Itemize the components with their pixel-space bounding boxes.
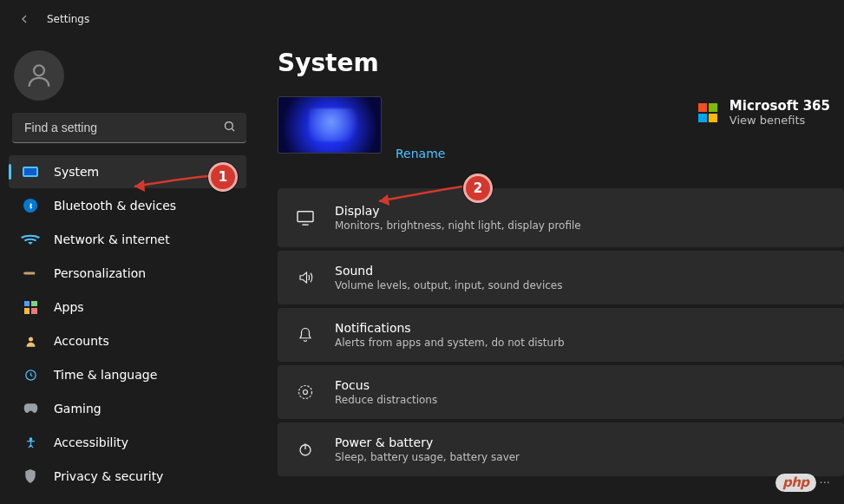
card-title: Focus: [335, 378, 437, 392]
sidebar-item-gaming[interactable]: Gaming: [9, 392, 246, 425]
sidebar-item-accessibility[interactable]: Accessibility: [9, 426, 246, 459]
power-icon: [295, 439, 316, 460]
settings-card-sound[interactable]: Sound Volume levels, output, input, soun…: [278, 251, 844, 304]
svg-point-6: [299, 386, 312, 399]
ms365-subtitle: View benefits: [730, 114, 830, 127]
card-subtitle: Volume levels, output, input, sound devi…: [335, 279, 562, 291]
back-icon[interactable]: [17, 12, 31, 26]
annotation-arrow-2: [369, 181, 473, 216]
sidebar-item-label: Time & language: [54, 368, 157, 382]
svg-point-1: [226, 122, 233, 130]
speaker-icon: [295, 267, 316, 288]
card-subtitle: Sleep, battery usage, battery saver: [335, 451, 520, 463]
rename-link[interactable]: Rename: [396, 147, 445, 160]
monitor-icon: [295, 207, 316, 228]
avatar[interactable]: [14, 50, 64, 101]
sidebar-item-label: Apps: [54, 300, 84, 314]
card-subtitle: Monitors, brightness, night light, displ…: [335, 219, 581, 232]
window-title: Settings: [47, 13, 89, 25]
bell-icon: [295, 324, 316, 345]
page-title: System: [278, 49, 844, 77]
accessibility-icon: [23, 435, 38, 450]
sidebar-item-label: System: [54, 165, 99, 179]
sidebar-item-label: Bluetooth & devices: [54, 199, 176, 213]
sidebar-item-label: Privacy & security: [54, 469, 163, 483]
apps-icon: [23, 299, 38, 315]
search-field[interactable]: [23, 120, 223, 135]
sidebar-item-label: Accounts: [54, 334, 109, 348]
settings-card-display[interactable]: Display Monitors, brightness, night ligh…: [278, 188, 844, 247]
microsoft-365-promo[interactable]: Microsoft 365 View benefits: [698, 98, 830, 127]
svg-marker-10: [134, 180, 145, 192]
sidebar-item-personalization[interactable]: Personalization: [9, 257, 246, 290]
bluetooth-icon: [23, 198, 38, 213]
person-icon: [23, 333, 38, 349]
search-input[interactable]: [12, 113, 246, 143]
device-thumbnail[interactable]: [278, 96, 382, 154]
svg-point-0: [34, 65, 44, 75]
sidebar-item-accounts[interactable]: Accounts: [9, 324, 246, 357]
card-title: Notifications: [335, 321, 565, 335]
settings-card-power[interactable]: Power & battery Sleep, battery usage, ba…: [278, 422, 844, 476]
shield-icon: [23, 468, 38, 484]
card-title: Power & battery: [335, 435, 520, 449]
focus-icon: [295, 382, 316, 403]
sidebar-item-label: Network & internet: [54, 232, 170, 246]
settings-card-notifications[interactable]: Notifications Alerts from apps and syste…: [278, 308, 844, 362]
svg-point-2: [29, 337, 33, 341]
card-subtitle: Alerts from apps and system, do not dist…: [335, 337, 565, 349]
microsoft-logo-icon: [698, 103, 717, 122]
clock-icon: [23, 367, 38, 383]
svg-point-7: [304, 390, 308, 395]
sidebar-item-label: Accessibility: [54, 435, 128, 449]
settings-card-focus[interactable]: Focus Reduce distractions: [278, 365, 844, 419]
wifi-icon: [19, 232, 41, 247]
sidebar-item-apps[interactable]: Apps: [9, 291, 246, 324]
sidebar-item-label: Gaming: [54, 402, 101, 416]
gamepad-icon: [23, 401, 38, 416]
brush-icon: [19, 262, 41, 284]
card-title: Sound: [335, 264, 562, 278]
ms365-title: Microsoft 365: [730, 98, 830, 114]
search-icon: [223, 120, 236, 135]
annotation-badge-2: 2: [463, 173, 493, 203]
sidebar-item-label: Personalization: [54, 266, 146, 280]
annotation-badge-1: 1: [208, 162, 238, 192]
sidebar-item-time[interactable]: Time & language: [9, 358, 246, 391]
sidebar-item-privacy[interactable]: Privacy & security: [9, 460, 246, 493]
display-icon: [23, 164, 38, 180]
svg-rect-5: [298, 212, 313, 222]
watermark: php···: [775, 474, 830, 492]
card-subtitle: Reduce distractions: [335, 394, 437, 406]
annotation-arrow-1: [126, 169, 221, 195]
svg-point-4: [29, 437, 32, 440]
sidebar-item-network[interactable]: Network & internet: [9, 223, 246, 256]
